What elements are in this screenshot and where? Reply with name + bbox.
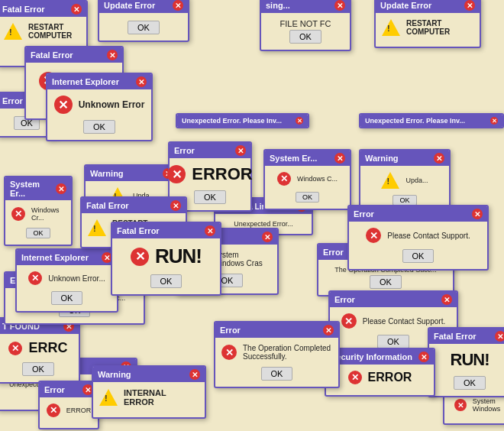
body-4: RESTART COMPUTER bbox=[376, 13, 480, 47]
titlebar-14: Fatal Error ✕ bbox=[82, 198, 186, 213]
close-10[interactable]: ✕ bbox=[235, 145, 246, 156]
ok-btn-24[interactable]: OK bbox=[370, 275, 402, 289]
text-25: Please Contact Support. bbox=[387, 232, 470, 240]
close-6[interactable]: ✕ bbox=[136, 76, 147, 87]
close-23[interactable]: ✕ bbox=[323, 325, 334, 335]
body-19: ✕ ERRC OK bbox=[0, 334, 79, 382]
ok-btn-10[interactable]: OK bbox=[194, 190, 226, 204]
error-icon-8: ✕ bbox=[11, 207, 25, 221]
close-14[interactable]: ✕ bbox=[170, 200, 181, 211]
title-24: Error bbox=[323, 248, 344, 257]
ok-btn-12[interactable]: OK bbox=[393, 195, 416, 206]
close-8[interactable]: ✕ bbox=[56, 183, 66, 194]
content-28: ✕ System Windows bbox=[454, 397, 501, 413]
ok-btn-8[interactable]: OK bbox=[26, 228, 50, 238]
text-30: Please Contact Support. bbox=[363, 317, 445, 326]
error-icon-28: ✕ bbox=[454, 399, 467, 411]
title-8: System Er... bbox=[10, 180, 56, 198]
close-15[interactable]: ✕ bbox=[205, 225, 215, 236]
close-1[interactable]: ✕ bbox=[71, 4, 82, 15]
body-31: ✕ Unknown Error... OK bbox=[17, 265, 117, 311]
warning-icon-1 bbox=[4, 23, 22, 40]
warning-icon-14 bbox=[88, 219, 106, 236]
titlebar-22: Warning ✕ bbox=[93, 367, 205, 382]
body-27: RUN! OK bbox=[429, 344, 504, 396]
ok-btn-23[interactable]: OK bbox=[261, 367, 293, 381]
dialog-ie-unknown-31: Internet Explorer ✕ ✕ Unknown Error... O… bbox=[15, 248, 118, 313]
content-10: ✕ ERROR bbox=[167, 164, 252, 184]
close-30[interactable]: ✕ bbox=[441, 294, 452, 305]
body-21: ✕ ERROR bbox=[40, 397, 98, 428]
title-10: Error bbox=[174, 146, 195, 155]
ok-btn-19[interactable]: OK bbox=[22, 362, 54, 376]
titlebar-30: Error ✕ bbox=[330, 292, 457, 307]
titlebar-12: Warning ✕ bbox=[360, 151, 449, 166]
title-2: Update Error bbox=[104, 1, 155, 10]
content-8: ✕ Windows Cr... bbox=[11, 206, 65, 222]
ok-btn-3[interactable]: OK bbox=[289, 30, 321, 44]
titlebar-strip-2: Unexpected Error. Please Inv... ✕ bbox=[360, 115, 502, 127]
close-4[interactable]: ✕ bbox=[464, 0, 475, 11]
ok-btn-30[interactable]: OK bbox=[377, 335, 409, 348]
ok-btn-6[interactable]: OK bbox=[83, 120, 115, 134]
ok-btn-27[interactable]: OK bbox=[454, 376, 486, 390]
ok-btn-31[interactable]: OK bbox=[51, 291, 83, 305]
title-5: Fatal Error bbox=[31, 50, 73, 60]
titlebar-8: System Er... ✕ bbox=[5, 177, 71, 200]
ok-btn-25[interactable]: OK bbox=[402, 249, 435, 263]
dialog-opcomp-23: Error ✕ ✕ The Operation Completed Succes… bbox=[214, 321, 340, 388]
text-16: Unexpected Error... bbox=[234, 220, 293, 228]
title-26: Security Information bbox=[331, 352, 412, 361]
close-11[interactable]: ✕ bbox=[334, 153, 345, 164]
dialog-warning-12: Warning ✕ Upda... OK bbox=[359, 149, 451, 213]
content-15: ✕ RUN! bbox=[131, 245, 202, 268]
body-6: ✕ Unknown Error OK bbox=[47, 89, 151, 140]
text-28a: System bbox=[473, 397, 501, 405]
content-19: ✕ ERRC bbox=[8, 340, 67, 356]
warning-icon-4 bbox=[382, 19, 400, 36]
content-30: ✕ Please Contact Support. bbox=[341, 313, 445, 329]
content-11: ✕ Windows C... bbox=[277, 172, 338, 186]
titlebar-6: Internet Explorer ✕ bbox=[47, 74, 151, 89]
close-3[interactable]: ✕ bbox=[334, 0, 345, 11]
close-22[interactable]: ✕ bbox=[189, 369, 200, 380]
error-icon-6: ✕ bbox=[54, 96, 73, 114]
title-1: Fatal Error bbox=[2, 5, 45, 14]
error-icon-26: ✕ bbox=[348, 371, 362, 384]
title-9: Warning bbox=[90, 169, 124, 178]
close-5[interactable]: ✕ bbox=[107, 50, 118, 60]
close-2[interactable]: ✕ bbox=[173, 0, 183, 11]
text-1: RESTART COMPUTER bbox=[28, 23, 80, 40]
title-21: Error bbox=[44, 385, 65, 394]
text-3: FILE NOT FC bbox=[279, 19, 331, 28]
text-22: INTERNAL ERROR bbox=[124, 388, 199, 407]
body-11: ✕ Windows C... OK bbox=[265, 166, 350, 209]
dialog-error-small-21: Error ✕ ✕ ERROR bbox=[38, 381, 99, 429]
content-6: ✕ Unknown Error bbox=[54, 96, 145, 114]
dialog-run-27: Fatal Error ✕ RUN! OK bbox=[428, 327, 504, 397]
close-27[interactable]: ✕ bbox=[495, 331, 504, 342]
titlebar-9: Warning ✕ bbox=[86, 166, 178, 181]
content-25: ✕ Please Contact Support. bbox=[366, 228, 470, 243]
ok-btn-15[interactable]: OK bbox=[150, 274, 183, 288]
warning-icon-22 bbox=[99, 389, 118, 406]
dialog-notfound-19: T FOUND ✕ ✕ ERRC OK bbox=[0, 317, 80, 384]
ok-btn-11[interactable]: OK bbox=[296, 192, 319, 203]
close-12[interactable]: ✕ bbox=[434, 153, 444, 164]
body-8: ✕ Windows Cr... OK bbox=[5, 200, 71, 245]
dialog-unex-strip: Unexpected Error. Please Inv... ✕ bbox=[176, 113, 309, 128]
close-25[interactable]: ✕ bbox=[472, 209, 483, 219]
close-strip-2[interactable]: ✕ bbox=[490, 117, 498, 125]
close-17[interactable]: ✕ bbox=[262, 232, 273, 242]
error-icon-11: ✕ bbox=[277, 172, 291, 186]
error-icon-10: ✕ bbox=[167, 165, 186, 183]
title-27: Fatal Error bbox=[434, 332, 477, 341]
dialog-internal-22: Warning ✕ INTERNAL ERROR bbox=[92, 365, 206, 419]
close-strip[interactable]: ✕ bbox=[296, 117, 303, 125]
titlebar-4: Update Error ✕ bbox=[376, 0, 480, 13]
close-26[interactable]: ✕ bbox=[418, 352, 429, 362]
title-11: System Er... bbox=[270, 154, 317, 163]
dialog-file-not-found: sing... ✕ FILE NOT FC OK bbox=[260, 0, 351, 51]
ok-btn-2[interactable]: OK bbox=[128, 21, 160, 34]
title-3: sing... bbox=[266, 1, 290, 10]
